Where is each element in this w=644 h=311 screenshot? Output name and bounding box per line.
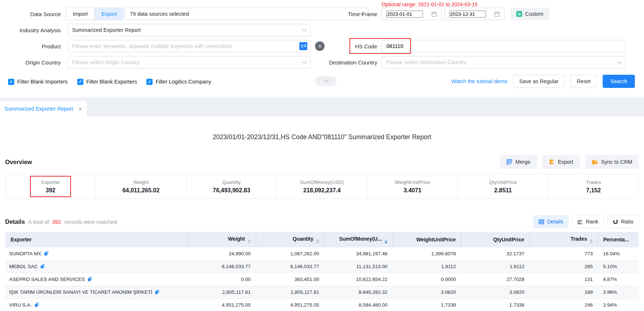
sum-cell: 8,645,282.32 (324, 286, 393, 299)
trades-cell: 246 (529, 299, 598, 311)
trades-cell: 285 (529, 260, 598, 273)
tutorial-demo-link[interactable]: Watch the tutorial demo (451, 78, 507, 84)
exporter-name-link[interactable]: IŞIK TARIM ÜRÜNLERİ SANAYİ VE TİCARET AN… (9, 289, 152, 295)
stat-label: Weight (134, 179, 149, 185)
stat-value: 3.4071 (404, 187, 422, 194)
destination-country-group: Destination Country Please select Destin… (309, 56, 626, 69)
view-details-button[interactable]: Details (533, 215, 569, 228)
table-row: SUNOPTA MX 24,990.00 1,087,262.00 34,981… (5, 247, 639, 260)
col-quantity[interactable]: Quantity (256, 232, 324, 247)
filter-panel: Optional range: 2021-01-01 to 2024-03-15… (0, 0, 644, 97)
calendar-icon (494, 11, 500, 17)
percentage-cell: 3.94% (598, 299, 639, 311)
sort-icon[interactable] (590, 239, 593, 244)
tab-summarized-exporter-report[interactable]: Summarized Exporter Report ✕ (0, 101, 87, 116)
stat-value: 218,092,237.4 (303, 187, 341, 194)
view-rank-button[interactable]: Rank (572, 215, 604, 228)
weight-cell: 24,990.00 (187, 247, 256, 260)
stat-label: Exporter (41, 179, 60, 185)
export-toggle[interactable]: Export (94, 8, 123, 20)
filter-actions: Watch the tutorial demo Save as Regular … (451, 75, 635, 88)
reset-button[interactable]: Reset (570, 75, 597, 88)
filter-blank-exporters-label: Filter Blank Exporters (86, 79, 137, 85)
tab-title: Summarized Exporter Report (4, 106, 78, 112)
destination-country-label: Destination Country (309, 59, 382, 66)
sort-desc-icon[interactable] (385, 239, 387, 244)
tab-bar: Summarized Exporter Report ✕ (0, 97, 644, 116)
exporter-cell: IŞIK TARIM ÜRÜNLERİ SANAYİ VE TİCARET AN… (5, 286, 187, 299)
exporter-name-link[interactable]: VIRU S.A. (9, 302, 32, 308)
exporter-name-link[interactable]: ASEPRO SALES AND SERVICES (9, 277, 85, 282)
filter-row-options: ✓ Filter Blank Importers ✓ Filter Blank … (0, 75, 644, 89)
table-row: VIRU S.A. 4,951,275.05 4,951,275.05 8,58… (5, 299, 639, 311)
collapse-filters-button[interactable] (315, 76, 337, 86)
hs-code-input[interactable] (386, 40, 621, 52)
overview-header: Overview Merge Export Sync to CRM (0, 155, 644, 169)
calendar-icon (431, 11, 437, 17)
copy-icon[interactable] (40, 264, 45, 269)
origin-country-select[interactable]: Please select Origin Country (67, 56, 311, 69)
industry-analysis-select[interactable]: Summarized Exporter Report (67, 24, 311, 36)
report-title: 2023/01/01-2023/12/31,HS Code AND"081110… (0, 133, 644, 141)
stat-weight: Weight 64,011,265.02 (96, 174, 186, 199)
close-icon[interactable]: ✕ (78, 106, 82, 112)
table-row: ASEPRO SALES AND SERVICES 0.00 383,451.0… (5, 273, 639, 286)
weight-unit-price-cell: 0.0000 (393, 273, 461, 286)
copy-icon[interactable] (44, 251, 49, 256)
filter-blank-exporters-checkbox[interactable]: ✓ Filter Blank Exporters (77, 79, 137, 85)
custom-range-button[interactable]: ⊞ Custom (510, 8, 549, 20)
import-toggle[interactable]: Import (66, 8, 94, 20)
time-frame-group: Time Frame ⊞ Custom (309, 7, 549, 21)
col-trades[interactable]: Trades (529, 232, 598, 247)
product-label: Product (0, 43, 66, 49)
exporter-name-link[interactable]: MEBOL SAC (9, 264, 38, 269)
export-file-icon (549, 159, 555, 165)
sync-to-crm-label: Sync to CRM (601, 159, 632, 165)
stat-weight-unit-price: WeightUnitPrice 3.4071 (367, 174, 457, 199)
weight-unit-price-cell: 1.8112 (393, 260, 461, 273)
end-date-input[interactable] (449, 11, 486, 18)
stat-label: QtyUnitPrice (489, 179, 517, 185)
chevron-down-icon (302, 27, 307, 32)
col-weight[interactable]: Weight (187, 232, 256, 247)
sort-icon[interactable] (316, 239, 319, 244)
merge-button[interactable]: Merge (500, 155, 537, 169)
col-sum-of-money[interactable]: SumOfMoney(U... (324, 232, 393, 247)
translate-icon[interactable]: 文A (299, 42, 307, 50)
quantity-cell: 6,146,033.77 (256, 260, 324, 273)
destination-country-select[interactable]: Please select Destination Country (382, 56, 626, 69)
qty-unit-price-cell: 1.8112 (461, 260, 529, 273)
filter-blank-importers-label: Filter Blank Importers (17, 79, 68, 85)
copy-icon[interactable] (155, 289, 160, 295)
data-source-toggle: Import Export (66, 8, 124, 20)
start-date-picker[interactable] (382, 8, 442, 20)
start-date-input[interactable] (386, 11, 423, 18)
copy-icon[interactable] (87, 277, 92, 282)
search-button[interactable]: Search (603, 75, 635, 88)
end-date-picker[interactable] (445, 8, 505, 20)
product-keyword-field[interactable]: 文A (67, 40, 311, 52)
qty-unit-price-cell: 3.0820 (461, 286, 529, 299)
sync-to-crm-button[interactable]: Sync to CRM (585, 155, 639, 169)
exporter-cell: VIRU S.A. (5, 299, 187, 311)
stat-value: 392 (46, 187, 56, 194)
weight-cell: 6,146,033.77 (187, 260, 256, 273)
details-header: Details A total of 392 records were matc… (0, 215, 644, 228)
stat-value: 7,152 (586, 187, 601, 194)
filter-logitics-company-checkbox[interactable]: ✓ Filter Logitics Company (146, 79, 211, 85)
exporter-name-link[interactable]: SUNOPTA MX (9, 251, 41, 256)
percentage-cell: 5.10% (598, 260, 639, 273)
merge-label: Merge (516, 159, 531, 165)
export-button[interactable]: Export (542, 155, 580, 169)
view-rank-label: Rank (586, 219, 598, 225)
total-prefix: A total of (28, 219, 49, 225)
export-label: Export (558, 159, 573, 165)
product-keyword-input[interactable] (72, 40, 306, 52)
view-ratio-button[interactable]: Ratio (607, 215, 639, 228)
filter-blank-importers-checkbox[interactable]: ✓ Filter Blank Importers (8, 79, 68, 85)
save-as-regular-button[interactable]: Save as Regular (513, 75, 565, 88)
sort-icon[interactable] (248, 239, 251, 244)
copy-icon[interactable] (34, 302, 39, 307)
hs-code-field[interactable] (382, 40, 626, 52)
sum-cell: 8,584,480.00 (324, 299, 393, 311)
